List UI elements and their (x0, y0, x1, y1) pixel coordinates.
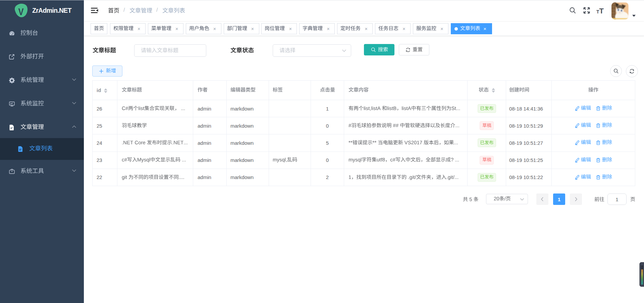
svg-text:V: V (18, 6, 24, 17)
